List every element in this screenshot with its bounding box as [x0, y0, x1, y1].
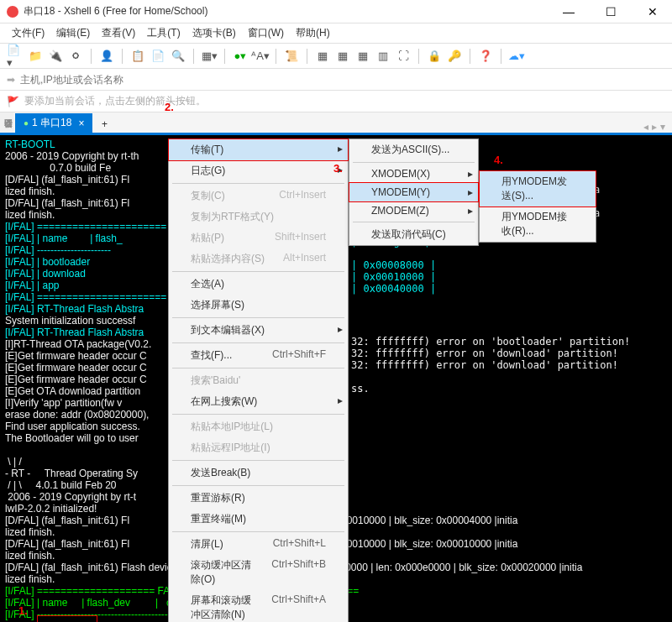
submenu-arrow-icon: ▸: [338, 143, 343, 154]
menu-item[interactable]: 查看(V): [97, 24, 140, 42]
menu-item-label: 粘贴远程IP地址(I): [191, 441, 270, 455]
ctx-main-item[interactable]: 到文本编辑器(X)▸: [169, 320, 348, 341]
open-icon[interactable]: 📁: [27, 48, 44, 65]
menu-item[interactable]: 窗口(W): [243, 24, 289, 42]
submenu-arrow-icon: ▸: [338, 164, 343, 175]
menu-item-label: 重置游标(R): [191, 491, 245, 505]
sessions-icon[interactable]: ▦▾: [201, 48, 218, 65]
terminal-area[interactable]: RT-BOOTL2006 - 2019 Copyright by rt-th 0…: [0, 133, 672, 622]
ctx-transfer-item[interactable]: 发送取消代码(C): [349, 224, 478, 245]
menu-item-label: 到文本编辑器(X): [191, 323, 265, 337]
reconnect-icon[interactable]: 🔌: [47, 48, 64, 65]
ctx-main-item[interactable]: 日志(G)▸: [169, 160, 348, 181]
hint-text: 要添加当前会话，点击左侧的箭头按钮。: [24, 94, 206, 108]
expand-icon[interactable]: ⛶: [395, 48, 412, 65]
ctx-main-item[interactable]: 传输(T)▸: [169, 139, 348, 160]
tab-prev-icon[interactable]: ◂: [643, 121, 648, 133]
lock-icon[interactable]: 🔒: [426, 48, 443, 65]
ctx-main-item[interactable]: 清屏(L)Ctrl+Shift+L: [169, 534, 348, 555]
menu-item-label: 用YMODEM发送(S)...: [501, 175, 574, 203]
ctx-main-item[interactable]: 在网上搜索(W)▸: [169, 391, 348, 412]
ctx-main-item[interactable]: 全选(A): [169, 274, 348, 295]
key-icon[interactable]: 🔑: [446, 48, 463, 65]
ctx-main-item[interactable]: 发送Break(B): [169, 463, 348, 483]
menu-item[interactable]: 工具(T): [142, 24, 185, 42]
tab-status-dot-icon: ●: [24, 118, 29, 128]
ctx-main-item[interactable]: 选择屏幕(S): [169, 295, 348, 316]
context-menu-ymodem: 用YMODEM发送(S)...用YMODEM接收(R)...: [479, 170, 596, 243]
ctx-ymodem-item[interactable]: 用YMODEM接收(R)...: [480, 206, 596, 242]
menu-item-label: 粘贴本地IP地址(L): [191, 420, 273, 434]
menu-item-label: 发送取消代码(C): [371, 227, 446, 242]
menu-shortcut: Ctrl+Shift+F: [272, 348, 326, 363]
menu-item[interactable]: 选项卡(B): [187, 24, 241, 42]
ctx-main-item: 搜索'Baidu': [169, 370, 348, 391]
menu-item-label: 屏幕和滚动缓冲区清除(N): [191, 593, 255, 622]
terminal-line: ss.: [351, 383, 370, 395]
toolbar: 📄▾ 📁 🔌 ⭘ 👤 📋 📄 🔍 ▦▾ ●▾ ᴬA▾ 📜 ▦ ▦ ▦ ▥ ⛶ 🔒…: [0, 44, 672, 69]
addr-arrow-icon[interactable]: ➡: [7, 74, 15, 86]
submenu-arrow-icon: ▸: [468, 205, 473, 217]
hint-bar: 🚩 要添加当前会话，点击左侧的箭头按钮。: [0, 91, 672, 112]
tab-add-button[interactable]: +: [96, 116, 113, 133]
search-icon[interactable]: 🔍: [170, 48, 186, 65]
ctx-transfer-item[interactable]: XMODEM(X)▸: [349, 165, 478, 183]
menu-item[interactable]: 文件(F): [7, 24, 50, 42]
ctx-main-item[interactable]: 滚动缓冲区清除(O)Ctrl+Shift+B: [169, 555, 348, 590]
menu-item-label: 复制为RTF格式(Y): [191, 210, 274, 224]
menu-item[interactable]: 编辑(E): [51, 24, 95, 42]
terminal-line: | 0x00010000 |: [351, 271, 436, 283]
ctx-transfer-item[interactable]: ZMODEM(Z)▸: [349, 201, 478, 220]
ctx-main-item: 粘贴(P)Shift+Insert: [169, 227, 348, 248]
ctx-ymodem-item[interactable]: 用YMODEM发送(S)...: [480, 171, 596, 206]
menu-item-label: 粘贴(P): [191, 231, 224, 245]
profile-icon[interactable]: 👤: [98, 48, 115, 65]
grid3-icon[interactable]: ▦: [354, 48, 371, 65]
menu-item-label: 重置终端(M): [191, 512, 246, 526]
submenu-arrow-icon: ▸: [338, 323, 343, 335]
terminal-line: 32: ffffffff) error on 'download' partit…: [351, 359, 618, 371]
address-input[interactable]: [20, 74, 665, 86]
cloud-icon[interactable]: ☁▾: [508, 48, 525, 65]
menu-item-label: 日志(G): [191, 164, 225, 178]
new-session-icon[interactable]: 📄▾: [7, 48, 24, 65]
menu-item-label: 在网上搜索(W): [191, 395, 257, 409]
menu-item-label: 复制(C): [191, 189, 225, 203]
ctx-main-item[interactable]: 重置游标(R): [169, 488, 348, 509]
terminal-line: | 0x00040000 |: [351, 283, 436, 295]
menu-item[interactable]: 帮助(H): [291, 24, 335, 42]
maximize-button[interactable]: ☐: [598, 5, 623, 18]
tab-next-icon[interactable]: ▸: [652, 121, 657, 133]
copy-icon[interactable]: 📋: [129, 48, 146, 65]
menu-item-label: 粘贴选择内容(S): [191, 252, 265, 266]
help-icon[interactable]: ❓: [477, 48, 494, 65]
menu-item-label: 用YMODEM接收(R)...: [501, 210, 574, 238]
titlebar: 串口18 - Xshell 6 (Free for Home/School) —…: [0, 0, 672, 24]
close-button[interactable]: ✕: [640, 5, 665, 18]
menu-shortcut: Ctrl+Insert: [279, 189, 326, 203]
context-menu-transfer: 发送为ASCII(S)...XMODEM(X)▸YMODEM(Y)▸ZMODEM…: [349, 139, 479, 246]
ctx-main-item[interactable]: 屏幕和滚动缓冲区清除(N)Ctrl+Shift+A: [169, 590, 348, 622]
tab-serial18[interactable]: ● 1 串口18 ×: [15, 113, 92, 133]
ctx-transfer-item[interactable]: 发送为ASCII(S)...: [349, 139, 478, 160]
menu-shortcut: Shift+Insert: [275, 231, 326, 245]
color-icon[interactable]: ●▾: [232, 48, 249, 65]
grid1-icon[interactable]: ▦: [314, 48, 331, 65]
address-bar: ➡: [0, 69, 672, 91]
paste-icon[interactable]: 📄: [150, 48, 166, 65]
ctx-main-item: 复制(C)Ctrl+Insert: [169, 186, 348, 206]
ctx-main-item[interactable]: 重置终端(M): [169, 509, 348, 530]
ctx-main-item[interactable]: 查找(F)...Ctrl+Shift+F: [169, 345, 348, 366]
font-icon[interactable]: ᴬA▾: [252, 48, 269, 65]
disconnect-icon[interactable]: ⭘: [67, 48, 84, 65]
menu-shortcut: Ctrl+Shift+B: [271, 558, 326, 587]
menu-item-label: 查找(F)...: [191, 348, 232, 363]
grid2-icon[interactable]: ▦: [334, 48, 351, 65]
minimize-button[interactable]: —: [556, 5, 581, 18]
tile-icon[interactable]: ▥: [375, 48, 391, 65]
script-icon[interactable]: 📜: [283, 48, 300, 65]
tab-menu-icon[interactable]: ▾: [660, 121, 665, 133]
ctx-transfer-item[interactable]: YMODEM(Y)▸: [349, 183, 478, 201]
tab-close-icon[interactable]: ×: [78, 118, 84, 129]
submenu-arrow-icon: ▸: [338, 395, 343, 406]
